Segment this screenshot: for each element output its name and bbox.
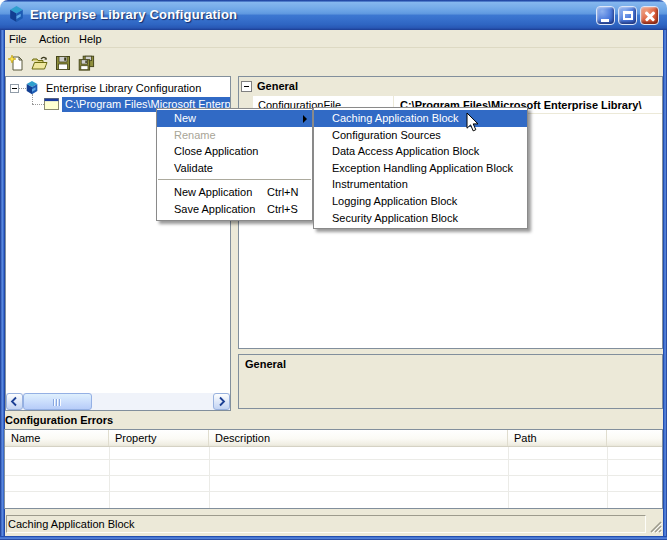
submenu-item-label: Security Application Block [332, 212, 458, 224]
menu-item-label: Close Application [174, 145, 258, 157]
property-category-row[interactable] [239, 77, 662, 96]
listview-gridline-column [607, 447, 608, 508]
submenu-item-exception-handling[interactable]: Exception Handling Application Block [314, 160, 527, 177]
errors-panel-title: Configuration Errors [5, 414, 113, 426]
column-header-description[interactable]: Description [209, 430, 508, 446]
save-all-icon[interactable] [78, 55, 95, 72]
window-border-bottom [0, 536, 667, 540]
menu-item-close-application[interactable]: Close Application [157, 143, 312, 160]
menu-item-label: New Application [174, 186, 252, 198]
submenu-item-label: Caching Application Block [332, 112, 459, 124]
tree-expander-root[interactable] [10, 84, 19, 93]
close-button[interactable] [640, 6, 659, 25]
column-header-path[interactable]: Path [508, 430, 607, 446]
menu-item-new[interactable]: New [157, 110, 312, 127]
window-title: Enterprise Library Configuration [30, 7, 237, 22]
property-help-panel: General [238, 354, 663, 409]
submenu-item-label: Instrumentation [332, 178, 408, 190]
app-window: Enterprise Library Configuration File Ac… [0, 0, 667, 540]
maximize-icon [623, 11, 633, 20]
submenu-item-logging[interactable]: Logging Application Block [314, 193, 527, 210]
window-border-right [663, 30, 667, 536]
menu-item-rename[interactable]: Rename [157, 127, 312, 144]
resize-grip[interactable] [648, 519, 662, 533]
submenu-item-data-access[interactable]: Data Access Application Block [314, 143, 527, 160]
menu-file[interactable]: File [9, 33, 27, 45]
listview-gridline-row [5, 475, 662, 476]
column-header-property[interactable]: Property [109, 430, 209, 446]
tree-root-label[interactable]: Enterprise Library Configuration [46, 82, 201, 94]
category-collapse-icon[interactable] [241, 81, 252, 92]
submenu-item-configuration-sources[interactable]: Configuration Sources [314, 127, 527, 144]
titlebar[interactable]: Enterprise Library Configuration [0, 0, 667, 30]
errors-header: Name Property Description Path [5, 430, 662, 447]
toolbar-separator [5, 47, 663, 48]
tree-connector-vertical [32, 94, 33, 104]
new-submenu: Caching Application Block Configuration … [313, 107, 528, 229]
submenu-item-label: Logging Application Block [332, 195, 457, 207]
listview-gridline-column [508, 447, 509, 508]
shortcut-ctrl-n: Ctrl+N [267, 184, 298, 201]
tree-connector-child [32, 104, 44, 105]
scroll-right-icon [214, 394, 229, 409]
column-header-name[interactable]: Name [5, 430, 109, 446]
scroll-left-button[interactable] [6, 393, 23, 410]
submenu-item-label: Data Access Application Block [332, 145, 479, 157]
listview-gridline-column [209, 447, 210, 508]
listview-gridline-row [5, 459, 662, 460]
errors-listview: Name Property Description Path [4, 429, 663, 509]
tree-hscrollbar[interactable] [6, 393, 230, 410]
property-category-label: General [257, 80, 298, 92]
maximize-button[interactable] [618, 6, 637, 25]
property-help-title: General [245, 358, 286, 370]
submenu-arrow-icon [303, 115, 307, 123]
submenu-item-label: Exception Handling Application Block [332, 162, 513, 174]
context-menu: New Rename Close Application Validate Ne… [156, 108, 313, 221]
app-icon [7, 5, 26, 24]
column-header-blank[interactable] [607, 430, 662, 446]
statusbar-text: Caching Application Block [8, 518, 135, 530]
menu-separator [158, 179, 311, 180]
submenu-item-caching[interactable]: Caching Application Block [314, 110, 527, 127]
open-icon[interactable] [31, 55, 48, 72]
submenu-item-label: Configuration Sources [332, 129, 441, 141]
minimize-button[interactable] [596, 6, 615, 25]
menu-item-label: Rename [174, 129, 216, 141]
listview-gridline-row [5, 491, 662, 492]
listview-gridline-column [109, 447, 110, 508]
mouse-cursor [466, 112, 480, 133]
new-document-icon[interactable] [8, 55, 25, 72]
menu-item-validate[interactable]: Validate [157, 160, 312, 177]
shortcut-ctrl-s: Ctrl+S [267, 201, 298, 218]
scroll-grip [53, 399, 62, 406]
menu-item-save-application[interactable]: Save Application Ctrl+S [157, 201, 312, 218]
menu-item-label: Save Application [174, 203, 255, 215]
menu-help[interactable]: Help [79, 33, 102, 45]
scroll-right-button[interactable] [213, 393, 230, 410]
scroll-left-icon [7, 394, 22, 409]
menu-item-new-application[interactable]: New Application Ctrl+N [157, 184, 312, 201]
menu-item-label: New [174, 112, 196, 124]
menu-action[interactable]: Action [39, 33, 70, 45]
menu-item-label: Validate [174, 162, 213, 174]
save-icon[interactable] [55, 55, 72, 72]
minimize-icon [601, 19, 609, 22]
submenu-item-security[interactable]: Security Application Block [314, 210, 527, 227]
submenu-item-instrumentation[interactable]: Instrumentation [314, 176, 527, 193]
tree-child-icon [44, 98, 59, 110]
scroll-thumb[interactable] [23, 393, 92, 410]
